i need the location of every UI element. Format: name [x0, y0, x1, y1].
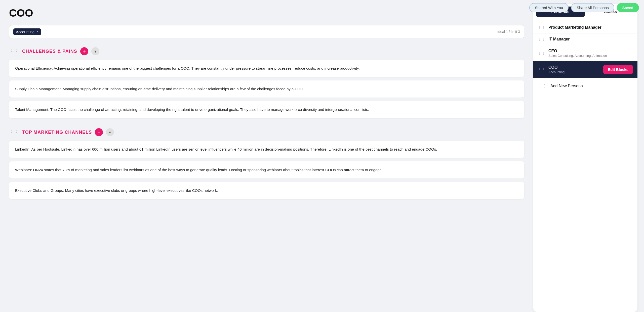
section-title-challenges: CHALLENGES & PAINS	[22, 49, 77, 54]
card-challenges-0: Operational Efficiency: Achieving operat…	[9, 60, 524, 77]
persona-item-it-manager[interactable]: ⋮⋮IT Manager	[533, 33, 637, 45]
section-header-marketing-channels: ⋮⋮TOP MARKETING CHANNELS+▾	[9, 128, 524, 136]
section-collapse-btn-marketing-channels[interactable]: ▾	[106, 128, 114, 136]
persona-drag-dots-icon: ⋮⋮	[538, 37, 545, 41]
section-challenges: ⋮⋮CHALLENGES & PAINS+▾Operational Effici…	[9, 47, 524, 118]
card-marketing-channels-0: LinkedIn: As per Hootsuite, LinkedIn has…	[9, 141, 524, 158]
persona-name-ceo: CEO	[548, 49, 633, 53]
persona-name-coo: COO	[548, 65, 600, 70]
section-collapse-btn-challenges[interactable]: ▾	[91, 47, 99, 55]
edit-blocks-button[interactable]: Edit Blocks	[603, 65, 633, 74]
card-marketing-channels-2: Executive Clubs and Groups: Many cities …	[9, 182, 524, 199]
share-all-personas-button[interactable]: Share All Personas	[571, 3, 614, 12]
saved-button[interactable]: Saved	[617, 3, 639, 12]
main-layout: COO Accounting × ideal 1 / limit 3 ⋮⋮CHA…	[0, 0, 644, 312]
persona-sub-ceo: Sales Consulting, Accounting, Animation	[548, 54, 633, 58]
persona-drag-dots-icon: ⋮⋮	[538, 51, 545, 55]
persona-drag-dots-icon: ⋮⋮	[538, 68, 545, 72]
top-bar: Shared With You Share All Personas Saved	[524, 0, 644, 15]
section-header-challenges: ⋮⋮CHALLENGES & PAINS+▾	[9, 47, 524, 55]
persona-item-coo[interactable]: ⋮⋮COOAccountingEdit Blocks	[533, 61, 637, 78]
card-challenges-2: Talent Management: The COO faces the cha…	[9, 101, 524, 118]
persona-item-ceo[interactable]: ⋮⋮CEOSales Consulting, Accounting, Anima…	[533, 45, 637, 61]
right-panel: Personas Blocks ⋮⋮Product Marketing Mana…	[533, 0, 641, 312]
accounting-tag: Accounting ×	[13, 28, 41, 35]
shared-with-you-button[interactable]: Shared With You	[529, 3, 569, 12]
drag-dots-icon[interactable]: ⋮⋮	[9, 49, 19, 54]
card-challenges-1: Supply Chain Management: Managing supply…	[9, 80, 524, 98]
sections-container: ⋮⋮CHALLENGES & PAINS+▾Operational Effici…	[9, 47, 524, 199]
tag-close-icon[interactable]: ×	[36, 30, 38, 34]
page-title: COO	[9, 7, 524, 19]
persona-name-product-marketing-manager: Product Marketing Manager	[548, 25, 633, 30]
persona-sub-coo: Accounting	[548, 70, 600, 74]
persona-item-product-marketing-manager[interactable]: ⋮⋮Product Marketing Manager	[533, 22, 637, 33]
content-area: COO Accounting × ideal 1 / limit 3 ⋮⋮CHA…	[0, 0, 533, 312]
section-add-btn-challenges[interactable]: +	[80, 47, 88, 55]
section-title-marketing-channels: TOP MARKETING CHANNELS	[22, 130, 92, 135]
panel-card: Personas Blocks ⋮⋮Product Marketing Mana…	[533, 4, 637, 312]
persona-name-it-manager: IT Manager	[548, 37, 633, 41]
persona-info-product-marketing-manager: Product Marketing Manager	[548, 25, 633, 30]
tag-label: Accounting	[16, 30, 34, 34]
add-persona-item[interactable]: Add New Persona	[533, 80, 637, 92]
add-drag-dots	[538, 83, 547, 88]
persona-drag-dots-icon: ⋮⋮	[538, 25, 545, 29]
persona-info-ceo: CEOSales Consulting, Accounting, Animati…	[548, 49, 633, 58]
add-persona-label: Add New Persona	[550, 84, 583, 88]
drag-dots-icon[interactable]: ⋮⋮	[9, 129, 19, 135]
card-marketing-channels-1: Webinars: ON24 states that 73% of market…	[9, 161, 524, 179]
persona-info-it-manager: IT Manager	[548, 37, 633, 41]
input-hint: ideal 1 / limit 3	[498, 30, 520, 34]
persona-info-coo: COOAccounting	[548, 65, 600, 74]
section-add-btn-marketing-channels[interactable]: +	[95, 128, 103, 136]
persona-list: ⋮⋮Product Marketing Manager⋮⋮IT Manager⋮…	[533, 20, 637, 80]
tag-input-container[interactable]: Accounting × ideal 1 / limit 3	[9, 25, 524, 38]
section-marketing-channels: ⋮⋮TOP MARKETING CHANNELS+▾LinkedIn: As p…	[9, 128, 524, 199]
